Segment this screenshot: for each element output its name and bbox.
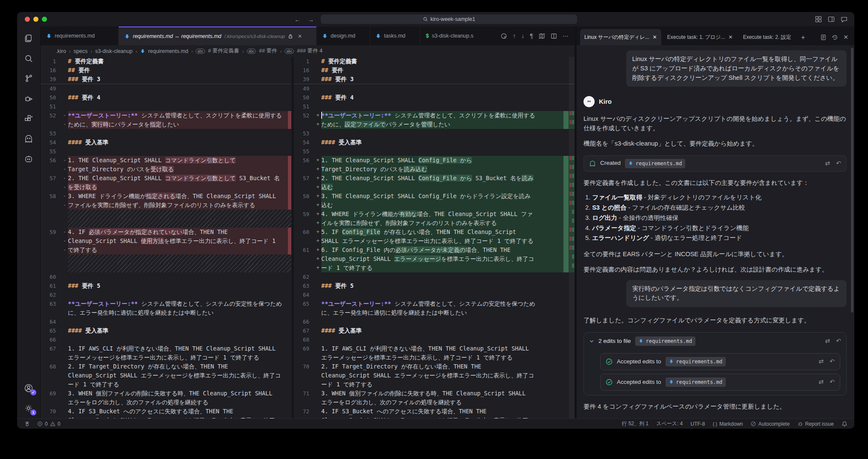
diff-row[interactable]: 64 [41,317,291,326]
prev-change-icon[interactable]: ↑ [513,33,516,39]
accepted-edit-row[interactable]: Accepted edits to requirements.md ⇄ ↶ [600,374,840,391]
chat-bubble-icon[interactable] [841,16,847,23]
command-search-input[interactable]: kiro-week-sample1 [321,15,577,24]
diff-row[interactable]: +込む [294,201,575,210]
diff-row[interactable]: 52+**ユーザーストーリー:** システム管理者として、スクリプトを柔軟に使用… [294,111,575,120]
diff-row[interactable]: 50### 要件 4 [41,93,291,102]
diff-row[interactable]: 704. IF S3_Bucket へのアクセスに失敗する場合、THEN THE [41,407,291,416]
diff-row[interactable]: +イルを実際に削除せず、削除対象ファイルのリストのみを表示する [294,219,575,228]
run-debug-icon[interactable] [23,94,34,104]
whitespace-icon[interactable]: ¶ [530,33,533,39]
diff-row[interactable]: 61### 要件 5 [41,281,291,290]
diff-row[interactable]: 1# 要件定義書 [41,57,291,66]
maximize-window-button[interactable] [42,17,47,22]
diff-row[interactable]: エラーをログ出力し、次のファイルの処理を継続する [294,398,575,407]
diff-row[interactable]: -Cleanup_Script SHALL 使用方法を標準エラー出力に表示し、終… [41,237,291,246]
map-icon[interactable] [539,33,545,39]
diff-row[interactable]: +ために、設定ファイルでパラメータを管理したい [294,120,575,129]
problems-indicator[interactable]: 0 0 [37,421,60,427]
diff-row[interactable]: 52-**ユーザーストーリー:** システム管理者として、スクリプトを柔軟に使用… [41,111,291,120]
diff-row[interactable]: 1# 要件定義書 [294,57,575,66]
undo-icon[interactable]: ↶ [836,336,841,345]
diff-row[interactable]: 713. WHEN 個別ファイルの削除に失敗する時、THE Cleanup_Sc… [294,389,575,398]
diff-row[interactable]: 51 [41,102,291,111]
diff-row[interactable]: 56+1. THE Cleanup_Script SHALL Config_Fi… [294,156,575,165]
diff-row[interactable]: 58-3. WHERE ドライラン機能が指定される場合、THE Cleanup_… [41,192,291,201]
tab-shell-script[interactable]: $ s3-disk-cleanup.s [420,26,478,45]
diff-row[interactable]: -で終了する [41,246,291,254]
chat-tab-task1[interactable]: Execute task: 1. プロジ... ✕ [663,29,737,45]
diff-row[interactable]: 55 [41,147,291,156]
diff-row[interactable]: -ファイルを実際に削除せず、削除対象ファイルのリストのみを表示する [41,201,291,210]
diff-row[interactable]: 57+2. THE Cleanup_Script SHALL Config_Fi… [294,174,575,183]
next-change-icon[interactable]: ↓ [521,33,524,39]
diff-row[interactable]: +Target_Directory のパスを読み込む [294,165,575,174]
breadcrumb-item[interactable]: ## 要件 [259,47,277,55]
diff-row[interactable]: 54#### 受入基準 [41,138,291,147]
accepted-edit-row[interactable]: Accepted edits to requirements.md ⇄ ↶ [600,353,840,370]
autocomplete-status[interactable]: Autocomplete [751,421,789,427]
diff-row[interactable]: ード 1 で終了する [294,380,575,389]
diff-filler-row[interactable] [41,254,291,263]
close-panel-icon[interactable]: ✕ [843,34,848,40]
kiro-ghost-icon[interactable] [23,134,34,144]
diff-row[interactable]: 50### 要件 4 [294,93,575,102]
minimize-window-button[interactable] [33,17,38,22]
breadcrumb-item[interactable]: # 要件定義書 [208,47,239,55]
diff-row[interactable]: 62 [41,290,291,299]
explorer-icon[interactable] [23,33,34,44]
diff-row[interactable]: 67#### 受入基準 [294,326,575,335]
scrollbar[interactable] [569,57,575,418]
diff-row[interactable]: Cleanup_Script SHALL エラーメッセージを標準エラー出力に表示… [41,416,291,418]
accessible-diff-icon[interactable] [501,33,507,39]
diff-row[interactable]: 39### 要件 3 [41,75,291,84]
diff-row[interactable]: 16## 要件 [41,66,291,75]
new-chat-tab-button[interactable]: ＋ [797,29,809,45]
undo-icon[interactable]: ↶ [830,357,835,366]
overview-ruler[interactable] [288,57,291,418]
chat-tab-session[interactable]: Linux サーバの特定ディレ... ✕ [580,29,661,45]
diff-row[interactable]: エラーをログ出力し、次のファイルの処理を継続する [41,398,291,407]
diff-row[interactable]: 51 [294,102,575,111]
diff-row[interactable]: 60+5. IF Config_File が存在しない場合、THEN THE C… [294,228,575,237]
diff-row[interactable]: 49 [41,84,291,93]
diff-row[interactable]: 693. WHEN 個別ファイルの削除に失敗する時、THE Cleanup_Sc… [41,389,291,398]
diff-row[interactable]: 53 [294,129,575,138]
diff-row[interactable]: に、エラー発生時に適切に処理を継続または中断したい [294,308,575,317]
created-file-card[interactable]: Created requirements.md ⇄ ↶ [584,155,847,172]
breadcrumb-item[interactable]: s3-disk-cleanup [95,48,133,54]
open-diff-icon[interactable]: ⇄ [819,377,824,386]
settings-gear-icon[interactable]: 1 [23,403,34,413]
diff-filler-row[interactable] [41,219,291,228]
diff-row[interactable]: 65**ユーザーストーリー:** システム管理者として、システムの安定性を保つた… [294,299,575,308]
back-icon[interactable]: ← [294,16,301,23]
account-icon[interactable]: ✓ [23,383,34,393]
close-icon[interactable]: ✕ [728,34,733,40]
encoding[interactable]: UTF-8 [690,421,705,427]
tab-tasks[interactable]: tasks.md [370,26,420,45]
file-chip[interactable]: requirements.md [666,377,726,387]
diff-row[interactable]: 65#### 受入基準 [41,326,291,335]
close-window-button[interactable] [25,17,30,22]
language-mode[interactable]: { } Markdown [713,421,743,427]
diff-row[interactable]: 62 [294,272,575,281]
diff-row[interactable]: 66 [41,335,291,344]
search-icon[interactable] [23,53,34,64]
bell-icon[interactable] [842,421,847,427]
diff-row[interactable]: 68 [294,335,575,344]
diff-row[interactable]: 60 [41,272,291,281]
diff-row[interactable]: 53 [41,129,291,138]
diff-row[interactable]: エラーメッセージを標準エラー出力に表示し、終了コード 1 で終了する [294,353,575,362]
diff-row[interactable]: 55 [294,147,575,156]
agent-robot-icon[interactable] [23,154,34,164]
diff-row[interactable]: 59+4. WHERE ドライラン機能が有効な場合、THE Cleanup_Sc… [294,210,575,219]
more-actions-icon[interactable]: ⋯ [563,33,569,39]
breadcrumb-item[interactable]: ### 要件 4 [297,47,323,55]
forward-icon[interactable]: → [308,16,314,23]
open-diff-icon[interactable]: ⇄ [825,159,830,168]
diff-row[interactable]: 724. IF S3_Bucket へのアクセスに失敗する場合、THEN THE [294,407,575,416]
layout-grid-icon[interactable] [815,16,822,23]
tab-requirements-diff[interactable]: requirements.md ↔ requirements.md /.kiro… [119,26,317,45]
report-issue[interactable]: Report issue [798,421,834,427]
chat-tab-task2[interactable]: Execute task: 2. 設定 [739,29,795,45]
